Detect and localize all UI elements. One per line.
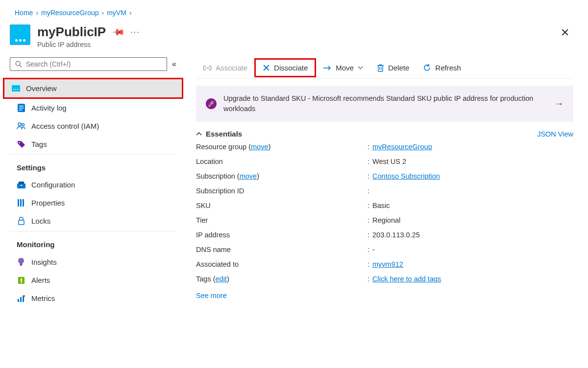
toolbar-label: Refresh — [435, 64, 461, 72]
breadcrumb-home[interactable]: Home — [15, 9, 33, 17]
move-link[interactable]: move — [251, 143, 268, 151]
sidebar-item-tags[interactable]: Tags — [10, 135, 184, 153]
ess-value-tags: :Click here to add tags — [368, 275, 573, 283]
svg-rect-7 — [19, 106, 24, 107]
svg-rect-9 — [19, 110, 22, 111]
breadcrumb-vm[interactable]: myVM — [107, 9, 126, 17]
collapse-icon[interactable]: « — [172, 60, 176, 69]
sidebar-item-alerts[interactable]: Alerts — [10, 271, 184, 289]
toolbar-label: Move — [336, 64, 354, 72]
move-button[interactable]: Move — [316, 60, 370, 76]
sidebar-item-label: Overview — [26, 84, 57, 92]
ess-label-ip: IP address — [196, 231, 368, 239]
main-content: Associate Dissociate Move — [184, 57, 588, 309]
ess-label-subscription-id: Subscription ID — [196, 187, 368, 195]
sidebar-item-insights[interactable]: Insights — [10, 253, 184, 271]
ess-value-location: :West US 2 — [368, 158, 573, 165]
add-tags-link[interactable]: Click here to add tags — [372, 275, 441, 283]
json-view-link[interactable]: JSON View — [537, 130, 573, 138]
properties-icon — [17, 199, 25, 207]
svg-rect-23 — [21, 282, 22, 283]
ess-value-subscription: :Contoso Subscription — [368, 172, 573, 180]
chevron-right-icon: › — [129, 9, 132, 17]
link-icon — [203, 65, 212, 71]
see-more-link[interactable]: See more — [196, 292, 573, 299]
svg-point-3 — [13, 89, 14, 90]
ess-label-tags: Tags (edit) — [196, 275, 368, 283]
svg-rect-20 — [20, 265, 22, 266]
x-icon — [263, 64, 270, 71]
metrics-icon — [17, 295, 25, 302]
sidebar-item-label: Tags — [31, 140, 47, 148]
sidebar-item-label: Metrics — [31, 294, 55, 302]
ess-value-sku: :Basic — [368, 202, 573, 209]
sidebar-item-configuration[interactable]: Configuration — [10, 176, 184, 194]
chevron-up-icon — [196, 132, 202, 136]
sidebar-section-settings: Settings — [10, 154, 176, 176]
sidebar: « Overview Activity log Access control (… — [0, 57, 184, 309]
ess-value-tier: :Regional — [368, 216, 573, 224]
more-icon[interactable]: ··· — [130, 28, 140, 37]
sidebar-item-activity-log[interactable]: Activity log — [10, 99, 184, 117]
svg-rect-13 — [17, 184, 25, 188]
svg-point-4 — [15, 89, 16, 90]
ess-value-resource-group: :myResourceGroup — [368, 143, 573, 151]
svg-rect-8 — [19, 108, 24, 109]
svg-rect-15 — [20, 185, 23, 186]
tag-icon — [17, 140, 25, 148]
sidebar-item-label: Activity log — [31, 104, 67, 112]
sidebar-item-label: Access control (IAM) — [31, 122, 99, 130]
ess-label-associated: Associated to — [196, 260, 368, 268]
sidebar-item-access-control[interactable]: Access control (IAM) — [10, 117, 184, 135]
search-input[interactable] — [26, 60, 162, 68]
ess-value-dns: :- — [368, 246, 573, 253]
move-link[interactable]: move — [240, 172, 257, 180]
associate-button: Associate — [196, 60, 254, 76]
close-icon[interactable]: ✕ — [557, 24, 573, 41]
svg-point-12 — [19, 142, 20, 143]
toolbar: Associate Dissociate Move — [196, 58, 573, 79]
resource-group-link[interactable]: myResourceGroup — [372, 143, 432, 151]
ess-label-location: Location — [196, 158, 368, 165]
dissociate-button[interactable]: Dissociate — [256, 60, 315, 76]
sidebar-item-properties[interactable]: Properties — [10, 194, 184, 212]
sidebar-item-overview[interactable]: Overview — [4, 79, 182, 97]
chevron-right-icon: › — [36, 9, 38, 17]
sidebar-section-monitoring: Monitoring — [10, 231, 176, 253]
page-subtitle: Public IP address — [37, 41, 550, 48]
essentials-toggle[interactable]: Essentials — [196, 130, 242, 138]
svg-rect-22 — [21, 278, 22, 281]
access-control-icon — [17, 122, 25, 130]
breadcrumb-resource-group[interactable]: myResourceGroup — [41, 9, 99, 17]
sidebar-item-metrics[interactable]: Metrics — [10, 289, 184, 307]
toolbar-label: Delete — [388, 64, 409, 72]
svg-point-10 — [18, 123, 21, 126]
sidebar-item-label: Configuration — [31, 181, 75, 189]
page-title: myPublicIP — [37, 24, 106, 40]
trash-icon — [377, 64, 384, 72]
svg-rect-25 — [20, 297, 22, 302]
chevron-right-icon: › — [102, 9, 104, 17]
svg-rect-2 — [12, 85, 20, 92]
search-box[interactable] — [10, 57, 167, 71]
refresh-button[interactable]: Refresh — [416, 60, 468, 76]
svg-rect-31 — [378, 66, 383, 71]
ess-label-dns: DNS name — [196, 246, 368, 253]
pin-icon[interactable]: 📌 — [111, 24, 126, 40]
associated-link[interactable]: myvm912 — [372, 260, 403, 268]
search-icon — [15, 61, 22, 68]
delete-button[interactable]: Delete — [370, 60, 416, 76]
sidebar-item-label: Locks — [31, 217, 50, 225]
upgrade-banner[interactable]: 🚀 Upgrade to Standard SKU - Microsoft re… — [196, 86, 573, 122]
edit-tags-link[interactable]: edit — [216, 275, 227, 283]
sidebar-item-label: Insights — [31, 258, 57, 266]
sidebar-item-locks[interactable]: Locks — [10, 212, 184, 230]
svg-rect-16 — [18, 199, 19, 207]
sidebar-item-label: Alerts — [31, 276, 50, 284]
subscription-link[interactable]: Contoso Subscription — [372, 172, 440, 180]
svg-point-0 — [16, 61, 20, 66]
ess-label-resource-group: Resource group (move) — [196, 143, 368, 151]
arrow-right-icon[interactable]: → — [555, 99, 564, 109]
svg-point-27 — [23, 295, 25, 297]
svg-rect-19 — [19, 220, 24, 225]
